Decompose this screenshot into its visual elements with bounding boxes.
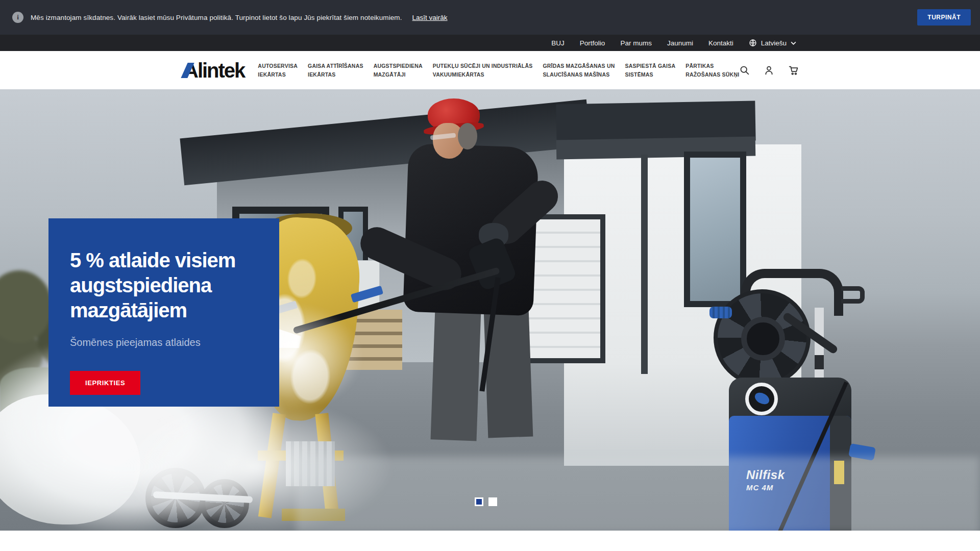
- hero-slider: Nilfisk MC 4M 5 % atlaide visiem augstsp…: [0, 89, 980, 531]
- nav-item-partikas-razosanas-sukni[interactable]: PĀRTIKAS RAŽOŠANAS SŪKŅI: [685, 62, 739, 79]
- top-navigation-bar: BUJ Portfolio Par mums Jaunumi Kontakti …: [0, 35, 980, 51]
- hero-window: [684, 152, 746, 307]
- pressure-washer-knob: [709, 307, 732, 318]
- header-icon-group: [739, 65, 799, 76]
- hero-downspout: [641, 155, 648, 374]
- nav-item-label: VAKUUMIEKĀRTAS: [433, 70, 533, 79]
- pressure-washer-reel-hub: [741, 317, 785, 361]
- promo-cta-button[interactable]: IEPRIKTIES: [70, 371, 140, 395]
- nav-item-gridas-mazgasanas[interactable]: GRĪDAS MAZGĀŠANAS UN SLAUCĪŠANAS MAŠĪNAS: [543, 62, 615, 79]
- promo-box: 5 % atlaide visiem augstspiediena mazgāt…: [48, 218, 279, 407]
- nav-item-label: AUTOSERVISA: [258, 62, 298, 70]
- worker-hair: [458, 123, 477, 149]
- main-header: Alintek AUTOSERVISA IEKĀRTAS GAISA ATTĪR…: [0, 51, 980, 89]
- language-label: Latviešu: [761, 39, 787, 47]
- carousel-indicators: [475, 497, 497, 506]
- carousel-dot-2[interactable]: [488, 497, 497, 506]
- promo-subtitle: Šomēnes pieejamas atlaides: [70, 337, 201, 348]
- promo-title: 5 % atlaide visiem augstspiediena mazgāt…: [70, 248, 235, 322]
- pressure-washer-hook: [841, 286, 865, 304]
- logo[interactable]: Alintek: [184, 60, 244, 81]
- nav-item-label: AUGSTSPIEDIENA: [374, 62, 423, 70]
- cart-icon[interactable]: [788, 65, 799, 76]
- top-nav-item-kontakti[interactable]: Kontakti: [708, 39, 733, 47]
- promo-title-line: augstspiediena: [70, 273, 235, 298]
- nav-item-label: GAISA ATTĪRĪŠANAS: [308, 62, 363, 70]
- cookie-read-more-link[interactable]: Lasīt vairāk: [412, 14, 448, 21]
- nav-item-puteklu-suceji[interactable]: PUTEKĻU SŪCĒJI UN INDUSTRIĀLĀS VAKUUMIEK…: [433, 62, 533, 79]
- globe-icon: [749, 39, 757, 47]
- chevron-down-icon: [791, 41, 796, 45]
- nav-item-saspiesta-gaisa-sistemas[interactable]: SASPIESTĀ GAISA SISTĒMAS: [625, 62, 676, 79]
- cookie-consent-bar: i Mēs izmantojam sīkdatnes. Vairāk lasie…: [0, 0, 980, 35]
- hero-wet-ground: [296, 457, 980, 531]
- cookie-message: Mēs izmantojam sīkdatnes. Vairāk lasiet …: [31, 14, 402, 21]
- nav-item-label: SISTĒMAS: [625, 70, 676, 79]
- top-nav-item-buj[interactable]: BUJ: [551, 39, 565, 47]
- nav-item-label: IEKĀRTAS: [308, 70, 363, 79]
- nav-item-label: SLAUCĪŠANAS MAŠĪNAS: [543, 70, 615, 79]
- search-icon[interactable]: [739, 65, 750, 76]
- user-icon[interactable]: [764, 65, 774, 76]
- nav-item-label: PUTEKĻU SŪCĒJI UN INDUSTRIĀLĀS: [433, 62, 533, 70]
- promo-title-line: 5 % atlaide visiem: [70, 248, 235, 273]
- nav-item-label: RAŽOŠANAS SŪKŅI: [685, 70, 739, 79]
- top-nav-item-par-mums[interactable]: Par mums: [620, 39, 652, 47]
- nav-item-augstspiediena-mazgataji[interactable]: AUGSTSPIEDIENA MAZGĀTĀJI: [374, 62, 423, 79]
- top-nav-item-portfolio[interactable]: Portfolio: [580, 39, 605, 47]
- cookie-accept-button[interactable]: TURPINĀT: [917, 9, 971, 26]
- info-icon: i: [12, 12, 23, 23]
- carousel-dot-1[interactable]: [475, 497, 483, 506]
- nav-item-label: GRĪDAS MAZGĀŠANAS UN: [543, 62, 615, 70]
- nav-item-label: SASPIESTĀ GAISA: [625, 62, 676, 70]
- top-nav-item-jaunumi[interactable]: Jaunumi: [667, 39, 693, 47]
- nav-item-autoservisa-iekartas[interactable]: AUTOSERVISA IEKĀRTAS: [258, 62, 298, 79]
- cookie-message-group: i Mēs izmantojam sīkdatnes. Vairāk lasie…: [12, 12, 448, 23]
- language-selector[interactable]: Latviešu: [749, 39, 796, 47]
- nav-item-label: IEKĀRTAS: [258, 70, 298, 79]
- nav-item-label: PĀRTIKAS: [685, 62, 739, 70]
- main-navigation: AUTOSERVISA IEKĀRTAS GAISA ATTĪRĪŠANAS I…: [258, 62, 739, 79]
- promo-title-line: mazgātājiem: [70, 298, 235, 323]
- nav-item-gaisa-attirisanas-iekartas[interactable]: GAISA ATTĪRĪŠANAS IEKĀRTAS: [308, 62, 363, 79]
- nav-item-label: MAZGĀTĀJI: [374, 70, 423, 79]
